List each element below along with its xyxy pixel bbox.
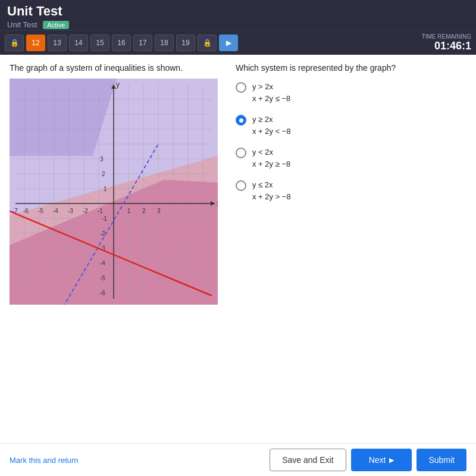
svg-text:x: x xyxy=(217,199,218,208)
svg-text:-3: -3 xyxy=(68,208,73,214)
option-2-text: y ≥ 2xx + 2y < −8 xyxy=(252,114,291,137)
time-value: 01:46:1 xyxy=(422,40,471,52)
option-1-text: y > 2xx + 2y ≤ −8 xyxy=(252,81,290,104)
svg-text:-5: -5 xyxy=(38,208,43,214)
svg-text:-4: -4 xyxy=(100,260,105,267)
page-title: Unit Test xyxy=(7,4,469,19)
svg-text:-5: -5 xyxy=(100,275,105,281)
left-panel: The graph of a system of inequalities is… xyxy=(10,63,224,437)
bottom-buttons: Save and Exit Next Submit xyxy=(270,449,466,471)
graph-svg: x y -1 -2 -3 -4 -5 -6 -7 1 2 3 1 2 - xyxy=(10,79,218,305)
svg-text:-4: -4 xyxy=(53,208,58,214)
radio-4[interactable] xyxy=(236,180,246,191)
svg-text:3: 3 xyxy=(100,156,104,162)
subtitle-row: Unit Test Active xyxy=(7,20,469,29)
graph-description: The graph of a system of inequalities is… xyxy=(10,63,224,73)
option-3-text: y < 2xx + 2y ≥ −8 xyxy=(252,146,290,170)
time-display: TIME REMAINING 01:46:1 xyxy=(422,33,471,52)
svg-text:-2: -2 xyxy=(100,230,105,237)
nav-btn-14[interactable]: 14 xyxy=(69,35,88,51)
nav-btn-13[interactable]: 13 xyxy=(48,35,67,51)
nav-lock-left[interactable]: 🔒 xyxy=(5,35,24,51)
option-3[interactable]: y < 2xx + 2y ≥ −8 xyxy=(236,146,466,170)
radio-2[interactable] xyxy=(236,115,246,126)
svg-text:-6: -6 xyxy=(23,208,29,214)
nav-btn-12[interactable]: 12 xyxy=(26,35,45,51)
nav-btn-17[interactable]: 17 xyxy=(133,35,152,51)
radio-3[interactable] xyxy=(236,148,246,158)
save-exit-button[interactable]: Save and Exit xyxy=(270,449,346,471)
nav-play-btn[interactable]: ▶ xyxy=(219,35,238,51)
options-list: y > 2xx + 2y ≤ −8 y ≥ 2xx + 2y < −8 y < … xyxy=(236,81,466,202)
time-label: TIME REMAINING xyxy=(422,33,471,40)
submit-button[interactable]: Submit xyxy=(416,449,466,471)
option-1[interactable]: y > 2xx + 2y ≤ −8 xyxy=(236,81,466,104)
nav-btn-16[interactable]: 16 xyxy=(112,35,131,51)
radio-1[interactable] xyxy=(236,82,246,93)
svg-text:3: 3 xyxy=(157,208,161,214)
svg-text:2: 2 xyxy=(142,208,146,214)
which-system-label: Which system is represented by the graph… xyxy=(236,63,466,73)
top-bar: Unit Test Unit Test Active xyxy=(0,0,476,30)
question-area: The graph of a system of inequalities is… xyxy=(10,63,466,437)
nav-lock-right[interactable]: 🔒 xyxy=(198,35,217,51)
svg-text:-6: -6 xyxy=(100,290,105,296)
option-2[interactable]: y ≥ 2xx + 2y < −8 xyxy=(236,114,466,137)
svg-text:1: 1 xyxy=(127,208,131,214)
next-button[interactable]: Next xyxy=(351,449,412,471)
svg-text:1: 1 xyxy=(104,186,107,192)
svg-text:2: 2 xyxy=(102,171,105,177)
status-badge: Active xyxy=(43,21,69,29)
graph-container: x y -1 -2 -3 -4 -5 -6 -7 1 2 3 1 2 - xyxy=(10,79,218,305)
svg-text:-1: -1 xyxy=(98,208,103,214)
option-4[interactable]: y ≤ 2xx + 2y > −8 xyxy=(236,179,466,202)
option-4-text: y ≤ 2xx + 2y > −8 xyxy=(252,179,291,202)
nav-bar: 🔒 12 13 14 15 16 17 18 19 🔒 ▶ TIME REMAI… xyxy=(0,30,476,55)
svg-text:-1: -1 xyxy=(102,215,107,222)
right-panel: Which system is represented by the graph… xyxy=(236,63,466,437)
nav-btn-15[interactable]: 15 xyxy=(90,35,109,51)
mark-return-link[interactable]: Mark this and return xyxy=(10,456,79,465)
subtitle-text: Unit Test xyxy=(7,20,37,29)
nav-btn-19[interactable]: 19 xyxy=(176,35,195,51)
bottom-bar: Mark this and return Save and Exit Next … xyxy=(0,443,476,476)
nav-btn-18[interactable]: 18 xyxy=(155,35,174,51)
svg-text:-2: -2 xyxy=(83,208,88,214)
main-content: The graph of a system of inequalities is… xyxy=(0,55,476,443)
svg-text:y: y xyxy=(116,80,120,89)
